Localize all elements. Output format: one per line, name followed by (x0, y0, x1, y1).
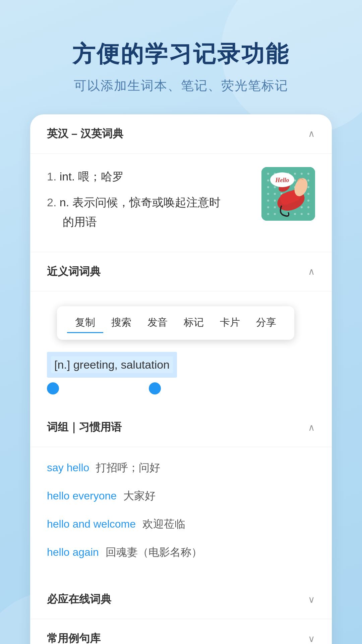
svg-point-6 (301, 173, 303, 175)
svg-text:Hello: Hello (275, 177, 289, 183)
svg-point-1 (267, 173, 269, 175)
context-menu-card[interactable]: 卡片 (212, 313, 248, 333)
context-menu-mark[interactable]: 标记 (176, 313, 212, 333)
synonyms-chevron-up-icon: ∧ (308, 266, 315, 277)
phrase-en-4: hello again (47, 546, 99, 558)
svg-point-36 (267, 206, 269, 208)
svg-point-30 (274, 200, 276, 202)
phrase-zh-3: 欢迎莅临 (142, 517, 185, 532)
svg-point-14 (307, 179, 309, 181)
svg-point-41 (301, 206, 303, 208)
context-menu-search[interactable]: 搜索 (103, 313, 139, 333)
context-menu-copy[interactable]: 复制 (67, 313, 103, 333)
header-section: 方便的学习记录功能 可以添加生词本、笔记、荧光笔标记 (0, 0, 362, 114)
svg-point-49 (307, 213, 309, 215)
svg-point-29 (267, 200, 269, 202)
dict-def-1: 1. int. 喂；哈罗 (47, 167, 261, 186)
context-menu-pronounce[interactable]: 发音 (139, 313, 176, 333)
svg-point-37 (274, 206, 276, 208)
synonyms-section-title: 近义词词典 (47, 264, 101, 279)
phrase-zh-2: 大家好 (123, 489, 156, 503)
svg-point-22 (267, 193, 269, 195)
sentences-section: 常用例句库 ∨ (30, 619, 332, 644)
hello-telephone-image: Hello (261, 167, 315, 221)
dict-definitions-list: 1. int. 喂；哈罗 2. n. 表示问候，惊奇或唤起注意时 的用语 (47, 167, 261, 238)
bing-dict-title: 必应在线词典 (47, 592, 111, 607)
phrase-item-1[interactable]: say hello 打招呼；问好 (47, 454, 315, 482)
phrases-chevron-up-icon: ∧ (308, 422, 315, 433)
page-subtitle: 可以添加生词本、笔记、荧光笔标记 (20, 77, 342, 94)
phrases-list: say hello 打招呼；问好 hello everyone 大家好 hell… (30, 447, 332, 580)
context-menu-share[interactable]: 分享 (248, 313, 284, 333)
bing-dict-header[interactable]: 必应在线词典 ∨ (30, 580, 332, 619)
phrase-item-3[interactable]: hello and welcome 欢迎莅临 (47, 510, 315, 538)
phrase-zh-1: 打招呼；问好 (96, 461, 160, 475)
synonym-text-section: [n.] greeting, salutation (30, 346, 332, 408)
svg-point-47 (294, 213, 296, 215)
synonym-text: [n.] greeting, salutation (51, 356, 173, 373)
phrases-section-title: 词组｜习惯用语 (47, 420, 122, 435)
selection-handle-left[interactable] (47, 382, 59, 394)
svg-point-21 (307, 186, 309, 188)
svg-point-28 (307, 193, 309, 195)
phrase-en-2: hello everyone (47, 490, 117, 502)
svg-point-43 (267, 213, 269, 215)
dict-section-header[interactable]: 英汉 – 汉英词典 ∧ (30, 114, 332, 154)
selection-handle-right[interactable] (149, 382, 161, 394)
phrase-item-2[interactable]: hello everyone 大家好 (47, 482, 315, 510)
svg-point-15 (267, 186, 269, 188)
phrase-en-3: hello and welcome (47, 518, 136, 530)
main-card: 英汉 – 汉英词典 ∧ 1. int. 喂；哈罗 2. n. 表示问候，惊奇或唤… (30, 114, 332, 644)
svg-point-23 (274, 193, 276, 195)
dict-chevron-up-icon: ∧ (308, 128, 315, 139)
svg-point-7 (307, 173, 309, 175)
phrase-item-4[interactable]: hello again 回魂妻（电影名称） (47, 538, 315, 567)
synonyms-section-header[interactable]: 近义词词典 ∧ (30, 252, 332, 291)
dict-section-title: 英汉 – 汉英词典 (47, 126, 123, 141)
phrase-zh-4: 回魂妻（电影名称） (106, 545, 202, 560)
svg-point-35 (307, 200, 309, 202)
bing-dict-section: 必应在线词典 ∨ (30, 580, 332, 619)
context-menu: 复制 搜索 发音 标记 卡片 分享 (57, 306, 294, 340)
phrase-en-1: say hello (47, 462, 89, 474)
sentences-title: 常用例句库 (47, 631, 101, 644)
svg-point-42 (307, 206, 309, 208)
svg-point-48 (301, 213, 303, 215)
sentences-chevron-icon: ∨ (308, 633, 315, 644)
svg-point-5 (294, 173, 296, 175)
svg-point-8 (267, 179, 269, 181)
selection-handles (47, 382, 161, 394)
dict-definitions-section: 1. int. 喂；哈罗 2. n. 表示问候，惊奇或唤起注意时 的用语 (30, 154, 332, 252)
dict-def-2: 2. n. 表示问候，惊奇或唤起注意时 的用语 (47, 193, 261, 232)
bing-dict-chevron-icon: ∨ (308, 594, 315, 605)
context-menu-container: 复制 搜索 发音 标记 卡片 分享 (30, 291, 332, 340)
page-title: 方便的学习记录功能 (20, 40, 342, 68)
svg-point-44 (274, 213, 276, 215)
phrases-section-header[interactable]: 词组｜习惯用语 ∧ (30, 408, 332, 447)
sentences-header[interactable]: 常用例句库 ∨ (30, 619, 332, 644)
svg-point-16 (274, 186, 276, 188)
